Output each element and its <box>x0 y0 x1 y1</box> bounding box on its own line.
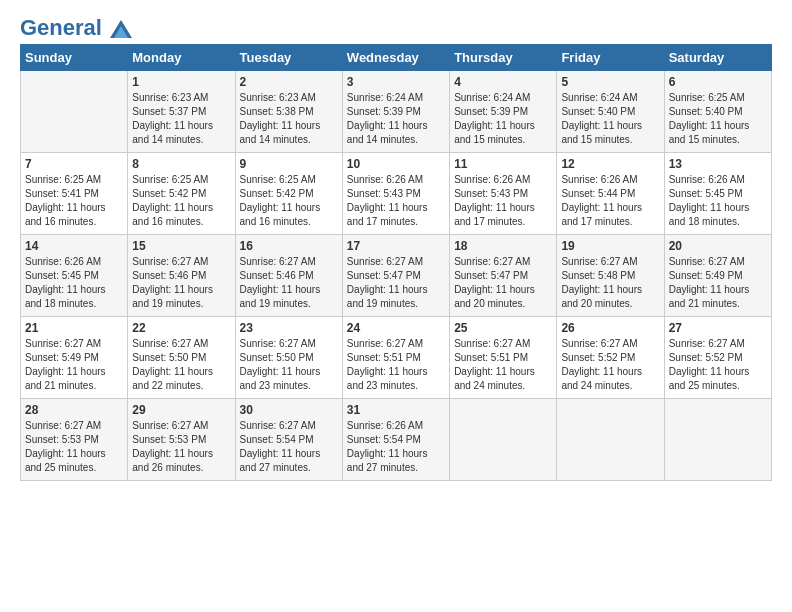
day-number: 5 <box>561 75 659 89</box>
week-row-1: 7Sunrise: 6:25 AM Sunset: 5:41 PM Daylig… <box>21 153 772 235</box>
day-info: Sunrise: 6:27 AM Sunset: 5:49 PM Dayligh… <box>669 255 767 311</box>
day-number: 7 <box>25 157 123 171</box>
day-info: Sunrise: 6:27 AM Sunset: 5:47 PM Dayligh… <box>454 255 552 311</box>
day-info: Sunrise: 6:26 AM Sunset: 5:44 PM Dayligh… <box>561 173 659 229</box>
calendar-table: SundayMondayTuesdayWednesdayThursdayFrid… <box>20 44 772 481</box>
day-info: Sunrise: 6:25 AM Sunset: 5:42 PM Dayligh… <box>132 173 230 229</box>
day-number: 8 <box>132 157 230 171</box>
week-row-2: 14Sunrise: 6:26 AM Sunset: 5:45 PM Dayli… <box>21 235 772 317</box>
calendar-cell: 18Sunrise: 6:27 AM Sunset: 5:47 PM Dayli… <box>450 235 557 317</box>
day-number: 4 <box>454 75 552 89</box>
day-number: 26 <box>561 321 659 335</box>
day-header-thursday: Thursday <box>450 45 557 71</box>
calendar-cell: 2Sunrise: 6:23 AM Sunset: 5:38 PM Daylig… <box>235 71 342 153</box>
calendar-cell: 27Sunrise: 6:27 AM Sunset: 5:52 PM Dayli… <box>664 317 771 399</box>
calendar-cell: 20Sunrise: 6:27 AM Sunset: 5:49 PM Dayli… <box>664 235 771 317</box>
calendar-cell: 4Sunrise: 6:24 AM Sunset: 5:39 PM Daylig… <box>450 71 557 153</box>
day-info: Sunrise: 6:27 AM Sunset: 5:51 PM Dayligh… <box>347 337 445 393</box>
week-row-3: 21Sunrise: 6:27 AM Sunset: 5:49 PM Dayli… <box>21 317 772 399</box>
day-info: Sunrise: 6:26 AM Sunset: 5:54 PM Dayligh… <box>347 419 445 475</box>
day-number: 6 <box>669 75 767 89</box>
calendar-cell: 21Sunrise: 6:27 AM Sunset: 5:49 PM Dayli… <box>21 317 128 399</box>
calendar-cell: 29Sunrise: 6:27 AM Sunset: 5:53 PM Dayli… <box>128 399 235 481</box>
calendar-cell: 14Sunrise: 6:26 AM Sunset: 5:45 PM Dayli… <box>21 235 128 317</box>
calendar-cell: 19Sunrise: 6:27 AM Sunset: 5:48 PM Dayli… <box>557 235 664 317</box>
day-header-wednesday: Wednesday <box>342 45 449 71</box>
calendar-cell: 26Sunrise: 6:27 AM Sunset: 5:52 PM Dayli… <box>557 317 664 399</box>
day-number: 28 <box>25 403 123 417</box>
week-row-0: 1Sunrise: 6:23 AM Sunset: 5:37 PM Daylig… <box>21 71 772 153</box>
day-info: Sunrise: 6:27 AM Sunset: 5:52 PM Dayligh… <box>561 337 659 393</box>
calendar-cell: 17Sunrise: 6:27 AM Sunset: 5:47 PM Dayli… <box>342 235 449 317</box>
day-number: 25 <box>454 321 552 335</box>
day-info: Sunrise: 6:25 AM Sunset: 5:41 PM Dayligh… <box>25 173 123 229</box>
day-info: Sunrise: 6:26 AM Sunset: 5:43 PM Dayligh… <box>454 173 552 229</box>
day-header-sunday: Sunday <box>21 45 128 71</box>
day-info: Sunrise: 6:24 AM Sunset: 5:40 PM Dayligh… <box>561 91 659 147</box>
calendar-cell <box>557 399 664 481</box>
day-info: Sunrise: 6:27 AM Sunset: 5:53 PM Dayligh… <box>132 419 230 475</box>
day-number: 17 <box>347 239 445 253</box>
day-number: 21 <box>25 321 123 335</box>
calendar-cell: 13Sunrise: 6:26 AM Sunset: 5:45 PM Dayli… <box>664 153 771 235</box>
calendar-cell: 1Sunrise: 6:23 AM Sunset: 5:37 PM Daylig… <box>128 71 235 153</box>
page: General SundayMondayTuesdayWednesd <box>0 0 792 491</box>
day-number: 27 <box>669 321 767 335</box>
day-header-monday: Monday <box>128 45 235 71</box>
calendar-cell: 6Sunrise: 6:25 AM Sunset: 5:40 PM Daylig… <box>664 71 771 153</box>
calendar-cell: 22Sunrise: 6:27 AM Sunset: 5:50 PM Dayli… <box>128 317 235 399</box>
day-number: 18 <box>454 239 552 253</box>
day-number: 10 <box>347 157 445 171</box>
logo-text: General <box>20 16 132 40</box>
day-header-friday: Friday <box>557 45 664 71</box>
day-info: Sunrise: 6:25 AM Sunset: 5:42 PM Dayligh… <box>240 173 338 229</box>
day-info: Sunrise: 6:27 AM Sunset: 5:50 PM Dayligh… <box>132 337 230 393</box>
day-number: 9 <box>240 157 338 171</box>
day-header-saturday: Saturday <box>664 45 771 71</box>
header-row: SundayMondayTuesdayWednesdayThursdayFrid… <box>21 45 772 71</box>
day-info: Sunrise: 6:27 AM Sunset: 5:53 PM Dayligh… <box>25 419 123 475</box>
calendar-cell: 7Sunrise: 6:25 AM Sunset: 5:41 PM Daylig… <box>21 153 128 235</box>
day-number: 15 <box>132 239 230 253</box>
calendar-cell: 8Sunrise: 6:25 AM Sunset: 5:42 PM Daylig… <box>128 153 235 235</box>
day-number: 16 <box>240 239 338 253</box>
day-number: 29 <box>132 403 230 417</box>
day-info: Sunrise: 6:24 AM Sunset: 5:39 PM Dayligh… <box>347 91 445 147</box>
calendar-cell: 5Sunrise: 6:24 AM Sunset: 5:40 PM Daylig… <box>557 71 664 153</box>
calendar-cell: 11Sunrise: 6:26 AM Sunset: 5:43 PM Dayli… <box>450 153 557 235</box>
day-info: Sunrise: 6:27 AM Sunset: 5:49 PM Dayligh… <box>25 337 123 393</box>
day-number: 23 <box>240 321 338 335</box>
day-number: 11 <box>454 157 552 171</box>
day-number: 12 <box>561 157 659 171</box>
calendar-cell: 30Sunrise: 6:27 AM Sunset: 5:54 PM Dayli… <box>235 399 342 481</box>
day-number: 13 <box>669 157 767 171</box>
day-info: Sunrise: 6:27 AM Sunset: 5:48 PM Dayligh… <box>561 255 659 311</box>
week-row-4: 28Sunrise: 6:27 AM Sunset: 5:53 PM Dayli… <box>21 399 772 481</box>
day-info: Sunrise: 6:23 AM Sunset: 5:37 PM Dayligh… <box>132 91 230 147</box>
day-number: 19 <box>561 239 659 253</box>
day-info: Sunrise: 6:23 AM Sunset: 5:38 PM Dayligh… <box>240 91 338 147</box>
day-info: Sunrise: 6:27 AM Sunset: 5:50 PM Dayligh… <box>240 337 338 393</box>
header: General <box>20 16 772 36</box>
calendar-cell: 28Sunrise: 6:27 AM Sunset: 5:53 PM Dayli… <box>21 399 128 481</box>
day-info: Sunrise: 6:27 AM Sunset: 5:46 PM Dayligh… <box>132 255 230 311</box>
calendar-cell <box>450 399 557 481</box>
day-number: 1 <box>132 75 230 89</box>
day-number: 24 <box>347 321 445 335</box>
day-info: Sunrise: 6:26 AM Sunset: 5:45 PM Dayligh… <box>25 255 123 311</box>
day-number: 20 <box>669 239 767 253</box>
day-info: Sunrise: 6:27 AM Sunset: 5:46 PM Dayligh… <box>240 255 338 311</box>
day-number: 3 <box>347 75 445 89</box>
calendar-cell <box>21 71 128 153</box>
day-info: Sunrise: 6:27 AM Sunset: 5:47 PM Dayligh… <box>347 255 445 311</box>
day-info: Sunrise: 6:24 AM Sunset: 5:39 PM Dayligh… <box>454 91 552 147</box>
calendar-cell: 31Sunrise: 6:26 AM Sunset: 5:54 PM Dayli… <box>342 399 449 481</box>
day-info: Sunrise: 6:27 AM Sunset: 5:52 PM Dayligh… <box>669 337 767 393</box>
calendar-cell: 24Sunrise: 6:27 AM Sunset: 5:51 PM Dayli… <box>342 317 449 399</box>
calendar-cell: 16Sunrise: 6:27 AM Sunset: 5:46 PM Dayli… <box>235 235 342 317</box>
day-number: 2 <box>240 75 338 89</box>
calendar-cell: 9Sunrise: 6:25 AM Sunset: 5:42 PM Daylig… <box>235 153 342 235</box>
calendar-cell: 12Sunrise: 6:26 AM Sunset: 5:44 PM Dayli… <box>557 153 664 235</box>
day-info: Sunrise: 6:26 AM Sunset: 5:45 PM Dayligh… <box>669 173 767 229</box>
day-number: 22 <box>132 321 230 335</box>
